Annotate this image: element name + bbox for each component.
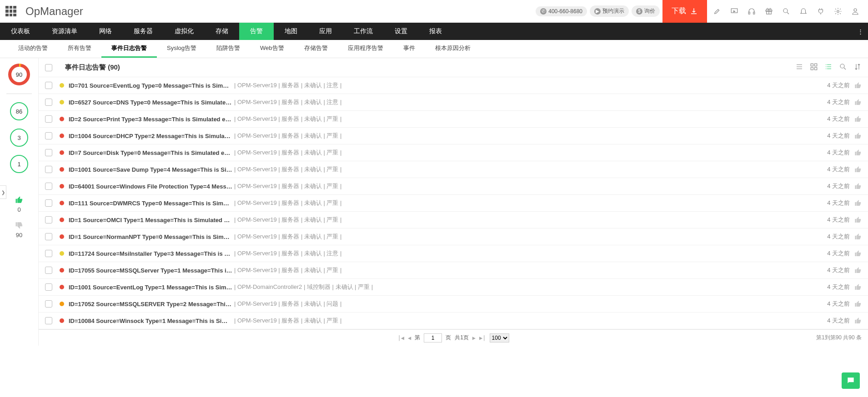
search-icon[interactable] [782,7,791,16]
row-thumbs-up-icon[interactable] [854,300,862,308]
download-button[interactable]: 下载 [662,0,707,23]
row-thumbs-up-icon[interactable] [854,82,862,89]
select-all-checkbox[interactable] [45,64,52,71]
row-checkbox[interactable] [45,166,52,173]
subnav-item[interactable]: 应用程序告警 [338,40,393,58]
pager-prev[interactable]: ◀ [408,335,411,341]
phone-pill[interactable]: ✆400-660-8680 [536,6,587,16]
demo-pill[interactable]: ▶预约演示 [590,5,629,17]
mainnav-item[interactable]: 虚拟化 [164,23,205,40]
row-thumbs-up-icon[interactable] [854,283,862,291]
subnav-item[interactable]: 根本原因分析 [425,40,481,58]
pager-last[interactable]: ▶| [479,335,486,341]
row-checkbox[interactable] [45,233,52,240]
filter-search-icon[interactable] [839,63,847,72]
total-donut[interactable]: 90 [8,64,30,85]
mainnav-item[interactable]: 设置 [384,23,418,40]
row-checkbox[interactable] [45,183,52,190]
thumbs-down-count[interactable]: 90 [15,221,23,238]
alarm-row[interactable]: ID=2 Source=Print Type=3 Message=This is… [39,111,868,128]
user-icon[interactable] [851,7,860,16]
row-checkbox[interactable] [45,199,52,207]
pager-size-select[interactable]: 100 [490,333,509,342]
rocket-icon[interactable] [712,7,722,16]
mainnav-item[interactable]: 报表 [418,23,453,40]
severity-count-2[interactable]: 3 [10,129,28,147]
alarm-row[interactable]: ID=701 Source=EventLog Type=0 Message=Th… [39,77,868,94]
subnav-item[interactable]: 存储告警 [294,40,338,58]
view-grid-icon[interactable] [810,63,818,72]
mainnav-item[interactable]: 仪表板 [0,23,41,40]
subnav-item[interactable]: 事件 [393,40,425,58]
row-thumbs-up-icon[interactable] [854,250,862,257]
quote-pill[interactable]: $询价 [632,5,660,17]
alarm-row[interactable]: ID=111 Source=DWMRCS Type=0 Message=This… [39,195,868,212]
mainnav-item[interactable]: 地图 [274,23,308,40]
row-thumbs-up-icon[interactable] [854,317,862,324]
alarm-row[interactable]: ID=17055 Source=MSSQLServer Type=1 Messa… [39,262,868,279]
alarm-row[interactable]: ID=11724 Source=MsiInstaller Type=3 Mess… [39,245,868,262]
alarm-row[interactable]: ID=1 Source=NormanNPT Type=0 Message=Thi… [39,228,868,245]
alarm-row[interactable]: ID=1004 Source=DHCP Type=2 Message=This … [39,128,868,144]
alarm-row[interactable]: ID=7 Source=Disk Type=0 Message=This is … [39,144,868,161]
subnav-item[interactable]: Web告警 [250,40,294,58]
severity-count-3[interactable]: 1 [10,155,28,173]
row-checkbox[interactable] [45,82,52,89]
mainnav-item[interactable]: 应用 [308,23,343,40]
pager-page-input[interactable] [424,333,442,342]
alarm-row[interactable]: ID=1001 Source=EventLog Type=1 Message=T… [39,279,868,296]
row-thumbs-up-icon[interactable] [854,233,862,240]
alarm-row[interactable]: ID=64001 Source=Windows File Protection … [39,178,868,195]
plug-icon[interactable] [816,7,825,16]
row-thumbs-up-icon[interactable] [854,183,862,190]
alarm-row[interactable]: ID=17052 Source=MSSQLSERVER Type=2 Messa… [39,296,868,313]
mainnav-item[interactable]: 网络 [88,23,123,40]
row-checkbox[interactable] [45,317,52,324]
row-thumbs-up-icon[interactable] [854,149,862,156]
mainnav-item[interactable]: 资源清单 [41,23,88,40]
view-list-icon[interactable] [795,63,803,72]
thumbs-up-count[interactable]: 0 [15,196,23,213]
row-thumbs-up-icon[interactable] [854,216,862,223]
row-thumbs-up-icon[interactable] [854,166,862,173]
row-checkbox[interactable] [45,149,52,156]
row-checkbox[interactable] [45,132,52,139]
pager-first[interactable]: |◀ [397,335,404,341]
mainnav-item[interactable]: 工作流 [343,23,384,40]
sort-icon[interactable] [853,63,862,72]
mainnav-item[interactable]: 服务器 [123,23,164,40]
row-thumbs-up-icon[interactable] [854,199,862,207]
row-checkbox[interactable] [45,99,52,106]
pager-next[interactable]: ▶ [472,335,476,341]
apps-grid-icon[interactable] [5,6,16,17]
row-checkbox[interactable] [45,115,52,123]
subnav-item[interactable]: 陷阱告警 [206,40,250,58]
alarm-row[interactable]: ID=10084 Source=Winsock Type=1 Message=T… [39,313,868,329]
gift-icon[interactable] [764,7,773,16]
alarm-row[interactable]: ID=1 Source=OMCI Type=1 Message=This is … [39,212,868,228]
row-checkbox[interactable] [45,216,52,223]
headset-icon[interactable] [747,7,756,16]
row-checkbox[interactable] [45,267,52,274]
row-checkbox[interactable] [45,300,52,308]
row-thumbs-up-icon[interactable] [854,267,862,274]
row-thumbs-up-icon[interactable] [854,132,862,139]
subnav-item[interactable]: 所有告警 [58,40,101,58]
bell-icon[interactable] [799,7,808,16]
mainnav-item[interactable]: 存储 [205,23,239,40]
severity-count-1[interactable]: 86 [10,102,28,120]
mainnav-more-icon[interactable]: ⋮ [853,23,868,40]
expand-sidebar-tab[interactable]: ❯ [0,185,6,199]
row-thumbs-up-icon[interactable] [854,99,862,106]
alarm-row[interactable]: ID=1001 Source=Save Dump Type=4 Message=… [39,161,868,178]
view-detail-icon[interactable] [824,63,833,72]
gear-icon[interactable] [833,7,843,16]
subnav-item[interactable]: 事件日志告警 [101,40,157,58]
row-checkbox[interactable] [45,250,52,257]
alarm-row[interactable]: ID=6527 Source=DNS Type=0 Message=This i… [39,94,868,111]
row-checkbox[interactable] [45,283,52,291]
row-thumbs-up-icon[interactable] [854,115,862,123]
mainnav-item[interactable]: 告警 [239,23,274,40]
subnav-item[interactable]: 活动的告警 [8,40,58,58]
presentation-icon[interactable] [730,7,739,16]
